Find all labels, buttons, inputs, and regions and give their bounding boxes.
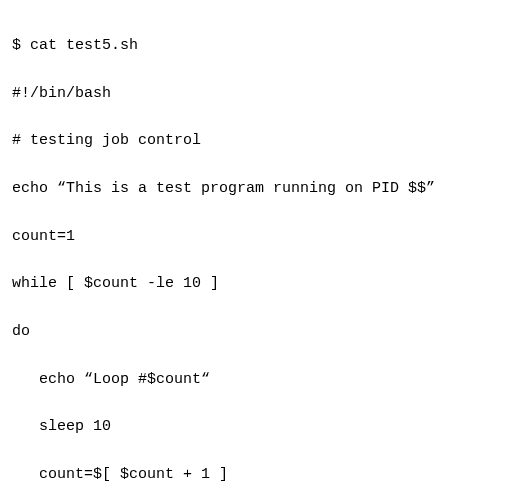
terminal-line: # testing job control	[12, 129, 493, 153]
terminal-output: $ cat test5.sh #!/bin/bash # testing job…	[0, 0, 505, 500]
terminal-line: #!/bin/bash	[12, 82, 493, 106]
terminal-line: sleep 10	[12, 415, 493, 439]
terminal-line: do	[12, 320, 493, 344]
terminal-line: count=1	[12, 225, 493, 249]
terminal-line: while [ $count -le 10 ]	[12, 272, 493, 296]
terminal-line: count=$[ $count + 1 ]	[12, 463, 493, 487]
terminal-line: $ cat test5.sh	[12, 34, 493, 58]
terminal-line: echo “This is a test program running on …	[12, 177, 493, 201]
terminal-line: echo “Loop #$count“	[12, 368, 493, 392]
